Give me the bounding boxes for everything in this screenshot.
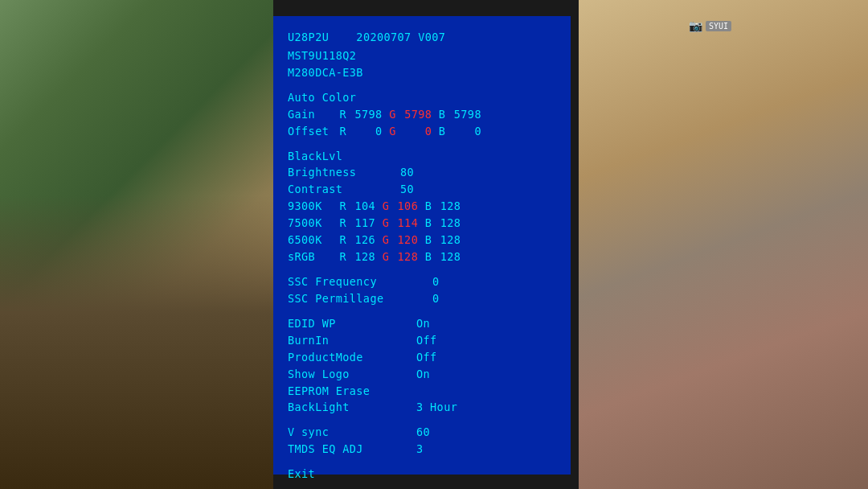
background-right bbox=[579, 0, 868, 489]
offset-row: Offset R 0 G 0 B 0 bbox=[288, 123, 556, 140]
temp-6500k-row: 6500K R 126 G 120 B 128 bbox=[288, 232, 556, 249]
offset-r-label: R bbox=[340, 123, 347, 140]
temp-9300k-row: 9300K R 104 G 106 B 128 bbox=[288, 198, 556, 215]
temp-9300k-g: 106 bbox=[389, 198, 418, 215]
burnin-row: BurnIn Off bbox=[288, 332, 556, 349]
offset-b-val: 0 bbox=[452, 123, 481, 140]
edid-wp-row: EDID WP On bbox=[288, 315, 556, 332]
srgb-g: 128 bbox=[389, 249, 418, 265]
backlight-label: BackLight bbox=[288, 399, 416, 416]
temp-6500k-r: 126 bbox=[346, 232, 375, 249]
eeprom-row: EEPROM Erase bbox=[288, 383, 556, 400]
srgb-r: 128 bbox=[346, 249, 375, 265]
temp-7500k-g: 114 bbox=[389, 215, 418, 232]
offset-r-val: 0 bbox=[354, 123, 383, 140]
osd-model2: MST9U118Q2 bbox=[288, 47, 556, 64]
gain-r-val: 5798 bbox=[354, 106, 383, 123]
edid-wp-label: EDID WP bbox=[288, 315, 416, 332]
ssc-freq-val: 0 bbox=[432, 273, 440, 290]
offset-g-val: 0 bbox=[403, 123, 432, 140]
eeprom-label: EEPROM Erase bbox=[288, 383, 370, 400]
offset-label: Offset bbox=[288, 123, 333, 140]
offset-b-label: B bbox=[439, 123, 446, 140]
productmode-row: ProductMode Off bbox=[288, 349, 556, 366]
gain-b-label: B bbox=[439, 106, 446, 123]
temp-7500k-label: 7500K bbox=[288, 215, 333, 232]
osd-panel: U28P2U 20200707 V007 MST9U118Q2 M280DCA-… bbox=[273, 16, 571, 475]
brightness-label: Brightness bbox=[288, 164, 400, 181]
ssc-perm-val: 0 bbox=[432, 290, 440, 307]
temp-6500k-label: 6500K bbox=[288, 232, 333, 249]
brightness-row: Brightness 80 bbox=[288, 164, 556, 181]
syui-badge: SYUI bbox=[706, 21, 731, 31]
tmds-row: TMDS EQ ADJ 3 bbox=[288, 441, 556, 458]
contrast-label: Contrast bbox=[288, 181, 400, 198]
gain-row: Gain R 5798 G 5798 B 5798 bbox=[288, 106, 556, 123]
contrast-row: Contrast 50 bbox=[288, 181, 556, 198]
contrast-val: 50 bbox=[400, 181, 414, 198]
osd-model: U28P2U bbox=[288, 29, 329, 46]
camera-icon: 📷 bbox=[689, 19, 702, 32]
temp-9300k-r: 104 bbox=[346, 198, 375, 215]
temp-7500k-b: 128 bbox=[432, 215, 461, 232]
showlogo-label: Show Logo bbox=[288, 366, 416, 383]
blacklvl-label: BlackLvl bbox=[288, 148, 556, 165]
auto-color-label: Auto Color bbox=[288, 89, 556, 106]
vsync-label: V sync bbox=[288, 424, 416, 441]
temp-9300k-label: 9300K bbox=[288, 198, 333, 215]
backlight-row: BackLight 3 Hour bbox=[288, 399, 556, 416]
gain-label: Gain bbox=[288, 106, 333, 123]
temp-6500k-g: 120 bbox=[389, 232, 418, 249]
osd-model-line1: U28P2U 20200707 V007 bbox=[288, 29, 556, 46]
vsync-row: V sync 60 bbox=[288, 424, 556, 441]
gain-g-label: G bbox=[389, 106, 396, 123]
temp-7500k-r: 117 bbox=[346, 215, 375, 232]
ssc-perm-row: SSC Permillage 0 bbox=[288, 290, 556, 307]
srgb-b: 128 bbox=[432, 249, 461, 265]
showlogo-row: Show Logo On bbox=[288, 366, 556, 383]
temp-6500k-b: 128 bbox=[432, 232, 461, 249]
camera-icon-area: 📷 SYUI bbox=[689, 19, 731, 32]
exit-row[interactable]: Exit bbox=[288, 466, 556, 483]
exit-label[interactable]: Exit bbox=[288, 466, 315, 483]
burnin-val: Off bbox=[416, 332, 437, 349]
gain-r-label: R bbox=[340, 106, 347, 123]
gain-b-val: 5798 bbox=[452, 106, 481, 123]
tmds-val: 3 bbox=[416, 441, 424, 458]
ssc-perm-label: SSC Permillage bbox=[288, 290, 432, 307]
ssc-freq-label: SSC Frequency bbox=[288, 273, 432, 290]
vsync-val: 60 bbox=[416, 424, 430, 441]
osd-date-version: 20200707 V007 bbox=[356, 29, 445, 46]
srgb-row: sRGB R 128 G 128 B 128 bbox=[288, 249, 556, 265]
osd-model3: M280DCA-E3B bbox=[288, 64, 556, 81]
srgb-label: sRGB bbox=[288, 249, 333, 265]
temp-7500k-row: 7500K R 117 G 114 B 128 bbox=[288, 215, 556, 232]
edid-wp-val: On bbox=[416, 315, 430, 332]
temp-9300k-b: 128 bbox=[432, 198, 461, 215]
tmds-label: TMDS EQ ADJ bbox=[288, 441, 416, 458]
productmode-label: ProductMode bbox=[288, 349, 416, 366]
gain-g-val: 5798 bbox=[403, 106, 432, 123]
offset-g-label: G bbox=[389, 123, 396, 140]
background-left bbox=[0, 0, 273, 489]
showlogo-val: On bbox=[416, 366, 430, 383]
burnin-label: BurnIn bbox=[288, 332, 416, 349]
ssc-freq-row: SSC Frequency 0 bbox=[288, 273, 556, 290]
backlight-val: 3 Hour bbox=[416, 399, 457, 416]
productmode-val: Off bbox=[416, 349, 437, 366]
brightness-val: 80 bbox=[400, 164, 414, 181]
